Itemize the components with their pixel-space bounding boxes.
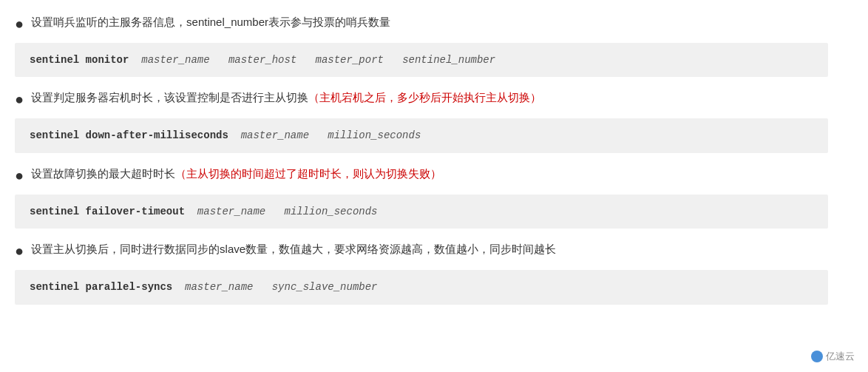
bullet-dot: ●	[15, 165, 24, 186]
item2-text-red: （主机宕机之后，多少秒后开始执行主从切换）	[308, 91, 541, 104]
code-param: master_name	[141, 54, 209, 66]
code-block-4: sentinel parallel-syncs master_name sync…	[15, 270, 828, 304]
item3-text: 设置故障切换的最大超时时长（主从切换的时间超过了超时时长，则认为切换失败）	[31, 165, 441, 183]
code-param: sync_slave_number	[272, 281, 378, 293]
list-item: ● 设置故障切换的最大超时时长（主从切换的时间超过了超时时长，则认为切换失败）	[15, 165, 828, 186]
watermark: 亿速云	[811, 350, 855, 363]
code-block-2: sentinel down-after-milliseconds master_…	[15, 118, 828, 152]
code-param: master_name	[185, 281, 253, 293]
item2-text-before: 设置判定服务器宕机时长，该设置控制是否进行主从切换	[31, 91, 308, 104]
item3-text-before: 设置故障切换的最大超时时长	[31, 167, 175, 180]
item2-text: 设置判定服务器宕机时长，该设置控制是否进行主从切换（主机宕机之后，多少秒后开始执…	[31, 89, 541, 106]
bullet-dot: ●	[15, 89, 24, 109]
code-param: master_name	[241, 129, 309, 141]
item4-text: 设置主从切换后，同时进行数据同步的slave数量，数值越大，要求网络资源越高，数…	[31, 240, 556, 258]
code-block-1: sentinel monitor master_name master_host…	[15, 43, 828, 77]
watermark-text: 亿速云	[826, 350, 855, 363]
list-item: ● 设置判定服务器宕机时长，该设置控制是否进行主从切换（主机宕机之后，多少秒后开…	[15, 89, 828, 109]
item3-text-red: （主从切换的时间超过了超时时长，则认为切换失败）	[175, 167, 441, 180]
code-block-3: sentinel failover-timeout master_name mi…	[15, 195, 828, 229]
code-param: sentinel_number	[402, 54, 495, 66]
code-keyword: sentinel parallel-syncs	[30, 281, 172, 293]
bullet-dot: ●	[15, 240, 24, 261]
code-keyword: sentinel down-after-milliseconds	[30, 129, 228, 141]
code-param: master_host	[228, 54, 296, 66]
list-item: ● 设置哨兵监听的主服务器信息，sentinel_number表示参与投票的哨兵…	[15, 13, 828, 34]
bullet-dot: ●	[15, 13, 24, 34]
code-keyword: sentinel monitor	[30, 54, 129, 66]
code-param: master_port	[316, 54, 384, 66]
watermark-icon	[811, 351, 823, 362]
list-item: ● 设置主从切换后，同时进行数据同步的slave数量，数值越大，要求网络资源越高…	[15, 240, 828, 261]
code-param: million_seconds	[285, 206, 378, 217]
code-param: million_seconds	[328, 129, 421, 141]
code-keyword: sentinel failover-timeout	[30, 206, 185, 217]
content-wrapper: ● 设置哨兵监听的主服务器信息，sentinel_number表示参与投票的哨兵…	[15, 13, 828, 305]
code-param: master_name	[197, 206, 265, 217]
item1-text: 设置哨兵监听的主服务器信息，sentinel_number表示参与投票的哨兵数量	[31, 13, 390, 31]
